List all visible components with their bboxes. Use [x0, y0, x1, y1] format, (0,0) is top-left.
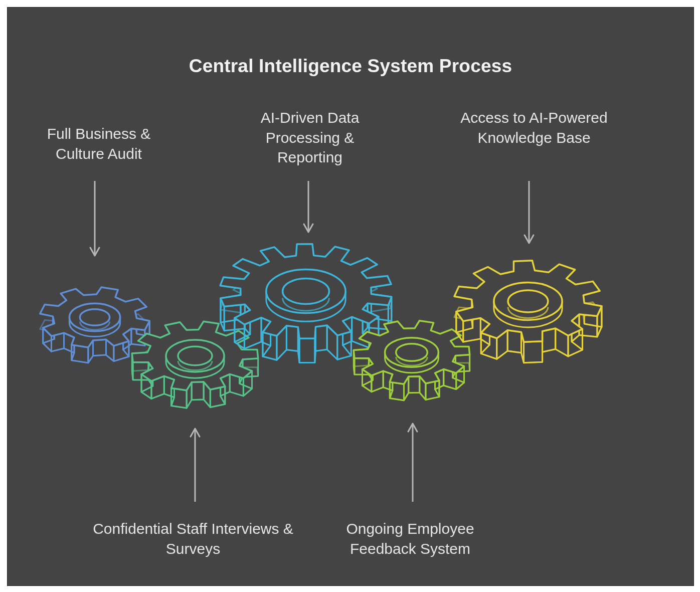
- arrow-gear-1: [90, 181, 99, 256]
- gear-4-gear-icon: [354, 321, 469, 401]
- gear-3-gear-icon: [220, 244, 392, 363]
- label-business-culture-audit: Full Business & Culture Audit: [29, 124, 169, 163]
- label-ai-knowledge-base: Access to AI-Powered Knowledge Base: [454, 108, 614, 147]
- label-staff-interviews-surveys: Confidential Staff Interviews & Surveys: [93, 519, 293, 558]
- arrow-gear-5: [524, 181, 534, 243]
- label-employee-feedback: Ongoing Employee Feedback System: [317, 519, 503, 558]
- diagram-canvas: Central Intelligence System Process Full…: [7, 7, 694, 586]
- arrow-gear-2: [191, 429, 200, 502]
- gear-5-gear-icon: [454, 261, 602, 363]
- label-ai-data-processing: AI-Driven Data Processing & Reporting: [232, 108, 388, 167]
- gear-diagram: [8, 8, 693, 585]
- arrow-gear-3: [304, 181, 313, 232]
- gear-1-gear-icon: [40, 287, 149, 363]
- arrow-gear-4: [408, 424, 417, 502]
